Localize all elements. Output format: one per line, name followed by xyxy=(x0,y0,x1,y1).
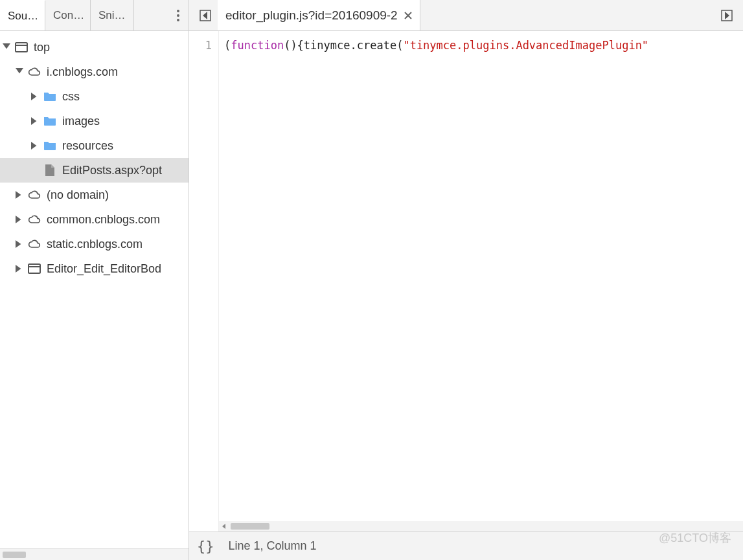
file-tree[interactable]: top i.cnblogs.com css images resources xyxy=(0,31,189,548)
tree-label: common.cnblogs.com xyxy=(47,213,160,227)
svg-point-1 xyxy=(177,14,179,17)
tree-node-folder[interactable]: resources xyxy=(0,133,189,158)
folder-icon xyxy=(43,139,57,153)
chevron-right-icon xyxy=(31,93,39,100)
tree-node-folder[interactable]: images xyxy=(0,109,189,133)
scroll-left-icon[interactable] xyxy=(219,521,229,532)
editor-tab-title: editor_plugin.js?id=20160909-2 xyxy=(225,8,398,23)
svg-marker-12 xyxy=(16,240,21,248)
tree-node-domain[interactable]: i.cnblogs.com xyxy=(0,60,189,84)
svg-marker-21 xyxy=(725,12,729,19)
svg-marker-11 xyxy=(16,216,21,223)
svg-marker-9 xyxy=(31,142,36,150)
tree-label: resources xyxy=(62,139,113,153)
svg-marker-8 xyxy=(31,117,36,125)
tree-node-file-selected[interactable]: EditPosts.aspx?opt xyxy=(0,158,189,183)
code-editor[interactable]: 1 (function(){tinymce.create("tinymce.pl… xyxy=(189,31,743,532)
code-token: ( xyxy=(224,39,231,52)
line-number: 1 xyxy=(189,39,212,52)
cloud-icon xyxy=(27,237,41,251)
pretty-print-button[interactable]: {} xyxy=(197,538,214,554)
tree-label: static.cnblogs.com xyxy=(47,238,143,251)
chevron-right-icon xyxy=(16,216,23,223)
chevron-down-icon xyxy=(3,43,10,51)
sources-panel: Sou… Con… Sni… top i.cnblogs.com css xyxy=(0,0,189,560)
horizontal-scrollbar[interactable] xyxy=(0,548,189,560)
chevron-right-icon xyxy=(16,240,23,248)
tree-label: css xyxy=(62,90,80,104)
svg-marker-13 xyxy=(16,265,21,273)
code-token: .create( xyxy=(350,39,404,52)
folder-icon xyxy=(43,114,57,128)
chevron-right-icon xyxy=(16,265,23,273)
chevron-right-icon xyxy=(16,191,23,199)
svg-marker-17 xyxy=(203,12,207,19)
tree-label: EditPosts.aspx?opt xyxy=(62,164,162,177)
editor-panel: editor_plugin.js?id=20160909-2 1 (functi… xyxy=(189,0,743,560)
svg-marker-10 xyxy=(16,191,21,199)
tab-snippets[interactable]: Sni… xyxy=(91,0,134,30)
panel-tab-strip: Sou… Con… Sni… xyxy=(0,0,189,31)
tree-label: top xyxy=(34,41,50,54)
tree-node-domain[interactable]: static.cnblogs.com xyxy=(0,232,189,256)
code-token: tinymce xyxy=(304,39,350,52)
horizontal-scrollbar[interactable] xyxy=(219,521,743,532)
editor-tab[interactable]: editor_plugin.js?id=20160909-2 xyxy=(218,0,420,30)
editor-tab-strip: editor_plugin.js?id=20160909-2 xyxy=(189,0,743,31)
tree-label: Editor_Edit_EditorBod xyxy=(47,262,161,276)
tab-content[interactable]: Con… xyxy=(45,0,91,30)
cursor-position: Line 1, Column 1 xyxy=(229,539,317,553)
code-content[interactable]: (function(){tinymce.create("tinymce.plug… xyxy=(219,31,743,532)
svg-rect-4 xyxy=(16,43,27,52)
tree-node-top[interactable]: top xyxy=(0,35,189,60)
folder-icon xyxy=(43,89,57,104)
line-gutter: 1 xyxy=(189,31,219,532)
cloud-icon xyxy=(27,188,41,202)
svg-rect-14 xyxy=(29,264,40,273)
file-icon xyxy=(43,163,57,177)
chevron-right-icon xyxy=(31,142,39,150)
svg-marker-3 xyxy=(3,43,10,49)
close-icon[interactable] xyxy=(404,8,412,23)
tree-label: i.cnblogs.com xyxy=(47,65,118,79)
scrollbar-thumb[interactable] xyxy=(3,552,26,558)
tree-label: (no domain) xyxy=(47,188,109,202)
svg-marker-6 xyxy=(16,68,23,73)
frame-icon xyxy=(14,40,29,54)
svg-point-0 xyxy=(177,10,179,12)
tree-node-domain[interactable]: common.cnblogs.com xyxy=(0,207,189,232)
cloud-icon xyxy=(27,65,41,79)
tree-node-frame[interactable]: Editor_Edit_EditorBod xyxy=(0,256,189,281)
more-tabs-button[interactable] xyxy=(168,0,189,30)
chevron-down-icon xyxy=(16,68,23,76)
status-bar: {} Line 1, Column 1 xyxy=(189,532,743,560)
cloud-icon xyxy=(27,212,41,227)
code-token-string: "tinymce.plugins.AdvancedImagePlugin" xyxy=(403,39,648,52)
nav-prev-button[interactable] xyxy=(197,7,214,24)
tree-node-folder[interactable]: css xyxy=(0,84,189,109)
code-token-keyword: function xyxy=(231,39,284,52)
frame-icon xyxy=(27,262,41,276)
tab-sources[interactable]: Sou… xyxy=(0,0,45,30)
code-token: (){ xyxy=(284,39,304,52)
tree-node-domain[interactable]: (no domain) xyxy=(0,183,189,207)
nav-next-button[interactable] xyxy=(718,7,735,24)
tree-label: images xyxy=(62,115,100,128)
svg-point-2 xyxy=(177,19,179,21)
svg-marker-22 xyxy=(222,524,225,529)
scrollbar-thumb[interactable] xyxy=(231,523,269,530)
chevron-right-icon xyxy=(31,117,39,125)
svg-marker-7 xyxy=(31,93,36,100)
